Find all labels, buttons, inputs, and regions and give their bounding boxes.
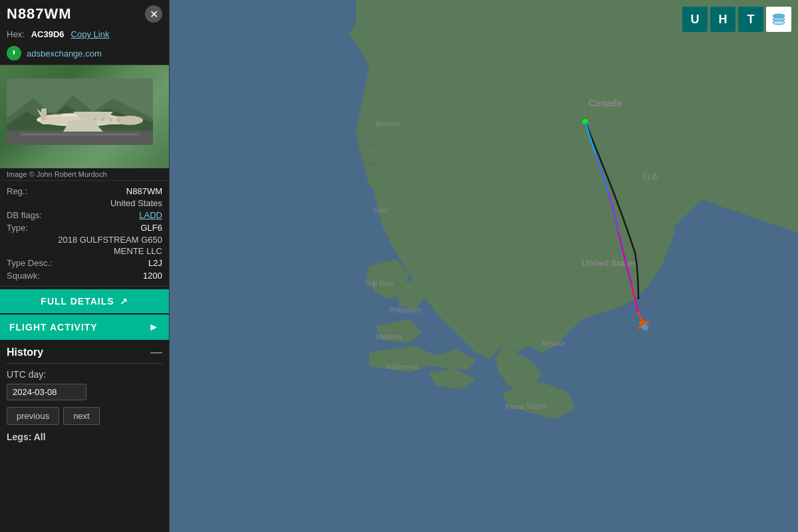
nav-buttons: previous next: [7, 407, 162, 425]
svg-text:México: México: [542, 339, 565, 347]
adsb-logo: [7, 46, 21, 61]
type-desc-row: Type Desc.: L2J: [7, 257, 162, 269]
aircraft-desc-row: 2018 GULFSTREAM G650: [7, 234, 162, 245]
svg-rect-15: [93, 118, 96, 121]
flight-activity-button[interactable]: FLIGHT ACTIVITY ►: [0, 315, 169, 340]
next-button[interactable]: next: [63, 407, 100, 425]
history-title: History: [7, 346, 43, 358]
svg-text:улс: улс: [369, 141, 379, 148]
u-button[interactable]: U: [682, 7, 708, 32]
svg-text:Papua Niugini: Papua Niugini: [505, 403, 547, 410]
hex-value: AC39D6: [31, 29, 65, 39]
type-desc-label: Type Desc.:: [7, 258, 53, 268]
svg-rect-2: [13, 52, 15, 55]
legs-label: Legs: All: [7, 432, 162, 442]
svg-text:Việt Nam: Việt Nam: [366, 280, 393, 287]
country-row: United States: [7, 198, 162, 209]
svg-text:United States: United States: [582, 258, 637, 268]
svg-text:Malaysia: Malaysia: [376, 333, 402, 340]
image-credit: Image © John Robert Murdoch: [0, 168, 169, 181]
map-controls: U H T: [682, 7, 791, 32]
db-flags-value[interactable]: LADD: [139, 210, 162, 220]
close-button[interactable]: ✕: [145, 5, 162, 23]
svg-text:лаос: лаос: [372, 206, 389, 214]
svg-point-43: [642, 324, 648, 331]
aircraft-image-container: N887WM: [0, 65, 169, 168]
svg-text:Philippines: Philippines: [389, 307, 421, 314]
operator-value: MENTE LLC: [114, 246, 162, 256]
hex-label: Hex:: [7, 29, 25, 39]
reg-value: N887WM: [126, 186, 162, 196]
type-desc-value: L2J: [148, 258, 162, 268]
svg-rect-16: [101, 118, 104, 121]
squawk-label: Squawk:: [7, 271, 40, 281]
svg-text:日本: 日本: [642, 172, 659, 182]
adsb-row: adsbexchange.com: [0, 43, 169, 65]
operator-row: MENTE LLC: [7, 245, 162, 257]
squawk-row: Squawk: 1200: [7, 269, 162, 282]
svg-text:N887WM: N887WM: [48, 112, 62, 116]
aircraft-image: N887WM: [0, 65, 169, 168]
svg-rect-12: [41, 108, 47, 120]
full-details-button[interactable]: FULL DETAILS ↗: [0, 289, 169, 313]
full-details-label: FULL DETAILS: [41, 296, 114, 307]
aircraft-desc: 2018 GULFSTREAM G650: [58, 235, 162, 245]
svg-text:Татгол: Татгол: [362, 161, 380, 168]
h-button[interactable]: H: [710, 7, 735, 32]
reg-row: Reg.: N887WM: [7, 185, 162, 198]
svg-text:Indonesia: Indonesia: [386, 362, 418, 370]
chevron-right-icon: ►: [148, 321, 160, 333]
map[interactable]: U H T Canada United States: [170, 0, 798, 532]
info-table: Reg.: N887WM United States DB flags: LAD…: [0, 181, 169, 287]
svg-point-22: [773, 21, 785, 25]
svg-rect-7: [20, 133, 140, 136]
layers-icon: [771, 12, 786, 27]
world-map-svg: Canada United States México Монгол улс Т…: [170, 0, 798, 532]
layers-button[interactable]: [766, 7, 791, 32]
svg-rect-17: [109, 118, 112, 121]
svg-text:Монгол: Монгол: [376, 120, 401, 128]
flight-activity-label: FLIGHT ACTIVITY: [9, 322, 98, 332]
reg-label: Reg.:: [7, 186, 27, 196]
type-label: Type:: [7, 223, 28, 233]
type-value: GLF6: [140, 223, 162, 233]
svg-text:Canada: Canada: [589, 98, 622, 108]
svg-rect-18: [117, 118, 120, 121]
history-collapse-button[interactable]: —: [150, 345, 162, 359]
sidebar: N887WM ✕ Hex: AC39D6 Copy Link adsbexcha…: [0, 0, 170, 532]
type-row: Type: GLF6: [7, 221, 162, 234]
svg-rect-6: [7, 130, 153, 145]
t-button[interactable]: T: [738, 7, 763, 32]
hex-row: Hex: AC39D6 Copy Link: [0, 28, 169, 43]
history-header: History —: [7, 345, 162, 364]
db-flags-row: DB flags: LADD: [7, 209, 162, 221]
copy-link-button[interactable]: Copy Link: [71, 29, 110, 39]
history-section: History — UTC day: previous next Legs: A…: [0, 340, 169, 445]
external-link-icon: ↗: [120, 296, 128, 307]
country-value: United States: [110, 198, 162, 208]
utc-day-label: UTC day:: [7, 369, 162, 380]
aircraft-callsign: N887WM: [7, 5, 72, 23]
aircraft-photo-svg: N887WM: [7, 78, 153, 145]
previous-button[interactable]: previous: [7, 407, 59, 425]
squawk-value: 1200: [143, 271, 162, 281]
db-flags-label: DB flags:: [7, 210, 42, 220]
date-input[interactable]: [7, 384, 86, 400]
adsb-url[interactable]: adsbexchange.com: [27, 49, 102, 59]
panel-header: N887WM ✕: [0, 0, 169, 28]
